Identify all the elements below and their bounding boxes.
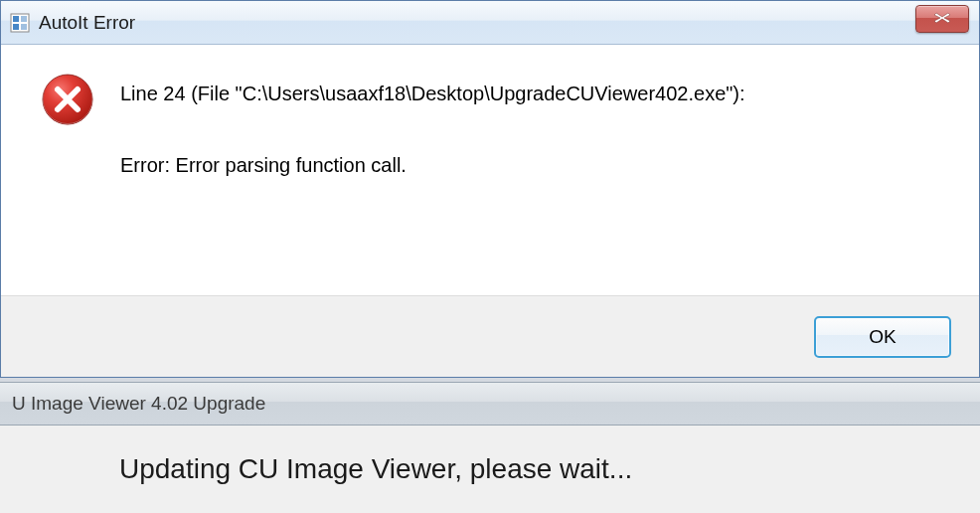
error-icon bbox=[41, 73, 94, 126]
error-window-title: AutoIt Error bbox=[39, 12, 971, 34]
close-icon bbox=[933, 10, 951, 28]
svg-rect-1 bbox=[13, 16, 19, 22]
background-window-body: Updating CU Image Viewer, please wait... bbox=[0, 426, 980, 513]
app-icon bbox=[9, 12, 31, 34]
ok-button[interactable]: OK bbox=[814, 316, 951, 358]
background-titlebar: U Image Viewer 4.02 Upgrade bbox=[0, 382, 980, 426]
error-button-area: OK bbox=[1, 295, 979, 377]
background-window-title: U Image Viewer 4.02 Upgrade bbox=[12, 393, 265, 415]
svg-rect-3 bbox=[21, 16, 27, 22]
ok-button-label: OK bbox=[869, 326, 896, 348]
background-upgrade-window: U Image Viewer 4.02 Upgrade Updating CU … bbox=[0, 382, 980, 513]
error-titlebar[interactable]: AutoIt Error bbox=[1, 1, 979, 45]
error-message-line2: Error: Error parsing function call. bbox=[120, 154, 955, 177]
error-dialog-window: AutoIt Error bbox=[0, 0, 980, 378]
error-message-area: Line 24 (File "C:\Users\usaaxf18\Desktop… bbox=[120, 73, 955, 177]
background-status-message: Updating CU Image Viewer, please wait... bbox=[119, 453, 632, 485]
svg-rect-2 bbox=[13, 24, 19, 30]
close-button[interactable] bbox=[915, 5, 969, 33]
svg-rect-4 bbox=[21, 24, 27, 30]
error-dialog-body: Line 24 (File "C:\Users\usaaxf18\Desktop… bbox=[1, 45, 979, 295]
error-message-line1: Line 24 (File "C:\Users\usaaxf18\Desktop… bbox=[120, 81, 955, 106]
